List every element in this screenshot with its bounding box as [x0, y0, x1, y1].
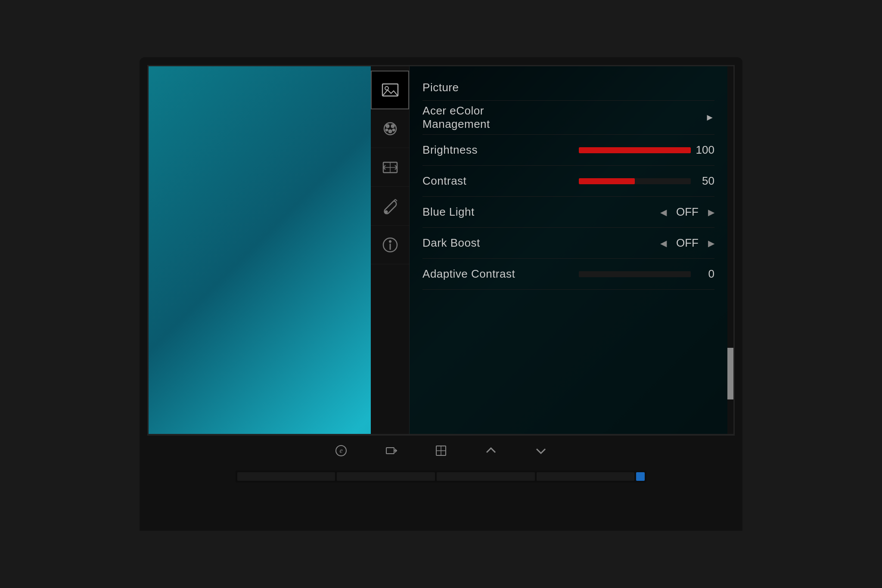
adaptivecontrast-value: 0	[695, 267, 714, 281]
wrench-icon	[380, 196, 401, 217]
bluelight-label: Blue Light	[422, 205, 534, 219]
bluelight-control: ◀ OFF ▶	[534, 205, 714, 219]
up-button[interactable]	[483, 443, 499, 458]
picture-icon	[380, 80, 401, 100]
ecolor-button[interactable]: e	[333, 443, 349, 458]
scrollbar-thumb[interactable]	[727, 348, 733, 399]
osd-menu-content: Picture Acer eColor Management ► Brightn…	[410, 66, 727, 434]
adaptivecontrast-slider-track[interactable]	[579, 271, 691, 277]
osd-row-darkboost[interactable]: Dark Boost ◀ OFF ▶	[422, 228, 714, 259]
monitor-bezel-bottom	[147, 465, 735, 508]
monitor-screen: Picture Acer eColor Management ► Brightn…	[147, 65, 735, 435]
svg-rect-19	[386, 448, 394, 454]
adaptivecontrast-label: Adaptive Contrast	[422, 267, 534, 281]
monitor: Picture Acer eColor Management ► Brightn…	[140, 57, 742, 531]
contrast-label: Contrast	[422, 174, 534, 188]
osd-row-ecolor[interactable]: Acer eColor Management ►	[422, 101, 714, 135]
darkboost-toggle: ◀ OFF ▶	[660, 236, 714, 250]
darkboost-value: OFF	[674, 236, 700, 250]
palette-icon	[380, 118, 401, 139]
monitor-pill-2	[337, 472, 435, 481]
svg-point-6	[385, 129, 388, 131]
sidebar-item-settings[interactable]	[371, 187, 409, 226]
picture-label: Picture	[422, 81, 534, 94]
bluelight-value: OFF	[674, 205, 700, 219]
sidebar-item-color[interactable]	[371, 109, 409, 148]
sidebar-item-display[interactable]	[371, 148, 409, 187]
bluelight-right-arrow-icon[interactable]: ▶	[708, 207, 714, 217]
svg-rect-0	[382, 84, 398, 96]
darkboost-right-arrow-icon[interactable]: ▶	[708, 238, 714, 248]
darkboost-label: Dark Boost	[422, 236, 534, 250]
osd-row-contrast[interactable]: Contrast 50	[422, 166, 714, 197]
svg-point-16	[389, 240, 391, 242]
svg-line-13	[395, 199, 397, 201]
ecolor-label: Acer eColor Management	[422, 104, 534, 131]
sidebar-item-info[interactable]	[371, 226, 409, 264]
monitor-buttons-row	[236, 470, 647, 483]
osd-scrollbar[interactable]	[727, 66, 733, 434]
scrollbar-track	[727, 66, 733, 434]
osd-overlay: Picture Acer eColor Management ► Brightn…	[371, 66, 733, 434]
ecolor-control: ►	[534, 112, 714, 123]
info-icon	[380, 235, 401, 255]
svg-point-11	[385, 210, 388, 213]
brightness-slider-fill	[579, 147, 691, 153]
down-button[interactable]	[533, 443, 549, 458]
osd-row-brightness[interactable]: Brightness 100	[422, 135, 714, 166]
brightness-slider-track[interactable]	[579, 147, 691, 153]
contrast-slider-track[interactable]	[579, 178, 691, 184]
contrast-slider-fill	[579, 178, 635, 184]
brightness-label: Brightness	[422, 143, 534, 157]
monitor-power-indicator	[636, 472, 645, 481]
sidebar-item-picture[interactable]	[371, 71, 409, 109]
adaptivecontrast-control: 0	[534, 267, 714, 281]
svg-point-3	[386, 124, 389, 128]
brightness-value: 100	[695, 143, 714, 157]
input-select-button[interactable]	[383, 443, 399, 458]
svg-point-5	[388, 130, 392, 133]
darkboost-left-arrow-icon[interactable]: ◀	[660, 238, 667, 248]
osd-row-bluelight[interactable]: Blue Light ◀ OFF ▶	[422, 197, 714, 228]
brightness-control: 100	[534, 143, 714, 157]
svg-point-4	[391, 124, 394, 128]
svg-text:e: e	[339, 447, 342, 454]
monitor-bottom-bar: e	[147, 435, 735, 465]
osd-row-picture-header: Picture	[422, 75, 714, 101]
osd-sidebar	[371, 66, 410, 434]
display-icon	[380, 157, 401, 178]
menu-button[interactable]	[433, 443, 449, 458]
contrast-value: 50	[695, 174, 714, 188]
monitor-pill-1	[237, 472, 335, 481]
monitor-pill-4	[537, 472, 635, 481]
bluelight-toggle: ◀ OFF ▶	[660, 205, 714, 219]
darkboost-control: ◀ OFF ▶	[534, 236, 714, 250]
bluelight-left-arrow-icon[interactable]: ◀	[660, 207, 667, 217]
monitor-pill-3	[437, 472, 535, 481]
contrast-control: 50	[534, 174, 714, 188]
osd-row-adaptivecontrast[interactable]: Adaptive Contrast 0	[422, 259, 714, 290]
svg-point-7	[392, 129, 395, 131]
ecolor-arrow-icon: ►	[705, 112, 714, 123]
svg-point-1	[385, 87, 388, 90]
